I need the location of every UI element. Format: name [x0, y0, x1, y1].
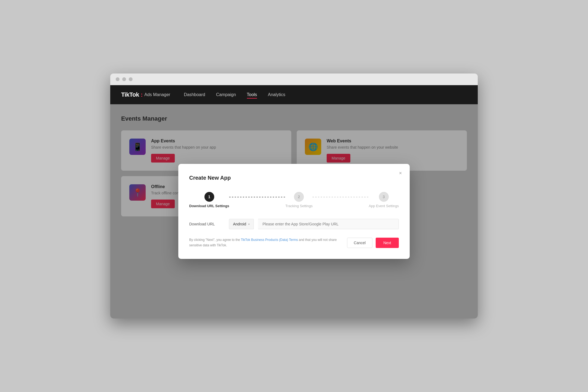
browser-content: TikTok: Ads Manager Dashboard Campaign T…: [110, 85, 478, 318]
modal-close-button[interactable]: ×: [397, 169, 404, 177]
logo: TikTok: Ads Manager: [121, 91, 170, 98]
chevron-down-icon: ▾: [248, 223, 250, 226]
browser-dot-3: [129, 77, 133, 81]
platform-select-value: Android: [233, 222, 246, 226]
nav-link-dashboard[interactable]: Dashboard: [184, 92, 205, 97]
browser-chrome: [110, 74, 478, 85]
step-1: 1 Download URL Settings: [189, 192, 229, 208]
step-3-circle: 3: [379, 192, 389, 202]
disclaimer-link[interactable]: TikTok Business Products (Data) Terms: [241, 238, 298, 242]
next-button[interactable]: Next: [376, 238, 399, 248]
modal-title: Create New App: [189, 175, 399, 181]
platform-select[interactable]: Android ▾: [229, 219, 254, 229]
disclaimer-text: By clicking "Next", you agree to the Tik…: [189, 237, 342, 248]
step-1-label: Download URL Settings: [189, 204, 229, 208]
modal-overlay: Create New App × 1 Download URL Settings…: [110, 104, 478, 318]
browser-dot-1: [116, 77, 120, 81]
nav-item-tools[interactable]: Tools: [247, 92, 257, 97]
top-navigation: TikTok: Ads Manager Dashboard Campaign T…: [110, 85, 478, 104]
step-3-label: App Event Settings: [369, 204, 399, 208]
step-3: 3 App Event Settings: [369, 192, 399, 208]
step-1-circle: 1: [204, 192, 214, 202]
browser-window: TikTok: Ads Manager Dashboard Campaign T…: [110, 74, 478, 318]
disclaimer-prefix: By clicking "Next", you agree to the: [189, 238, 241, 242]
step-connector-1-2: [229, 197, 285, 197]
step-2: 2 Tracking Settings: [285, 192, 313, 208]
modal-footer: By clicking "Next", you agree to the Tik…: [189, 237, 399, 248]
step-2-label: Tracking Settings: [285, 204, 313, 208]
stepper: 1 Download URL Settings 2 Tracking Setti…: [189, 192, 399, 208]
modal-actions: Cancel Next: [347, 238, 399, 248]
step-connector-2-3: [313, 197, 369, 197]
nav-item-dashboard[interactable]: Dashboard: [184, 92, 205, 97]
cancel-button[interactable]: Cancel: [347, 238, 373, 248]
nav-link-analytics[interactable]: Analytics: [268, 92, 285, 97]
nav-link-campaign[interactable]: Campaign: [216, 92, 236, 97]
download-url-label: Download URL: [189, 222, 225, 226]
main-content: Events Manager 📱 App Events Share events…: [110, 104, 478, 318]
url-input[interactable]: [258, 219, 399, 229]
step-2-circle: 2: [294, 192, 304, 202]
logo-subtitle: Ads Manager: [144, 92, 170, 97]
browser-dot-2: [122, 77, 126, 81]
logo-colon: :: [141, 91, 143, 98]
download-url-form-row: Download URL Android ▾: [189, 219, 399, 229]
create-new-app-modal: Create New App × 1 Download URL Settings…: [178, 164, 410, 259]
logo-tiktok: TikTok: [121, 91, 139, 98]
nav-item-campaign[interactable]: Campaign: [216, 92, 236, 97]
nav-link-tools[interactable]: Tools: [247, 92, 257, 99]
nav-links: Dashboard Campaign Tools Analytics: [184, 92, 285, 97]
nav-item-analytics[interactable]: Analytics: [268, 92, 285, 97]
